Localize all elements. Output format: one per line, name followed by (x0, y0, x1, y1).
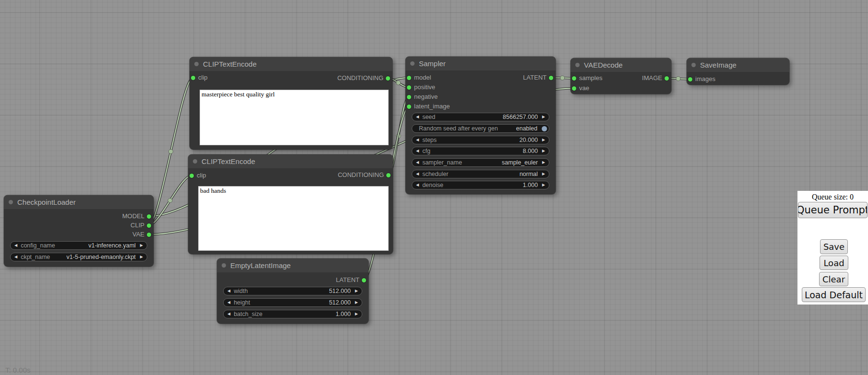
load-button[interactable]: Load (820, 256, 848, 270)
input-slot-dot[interactable] (688, 77, 692, 82)
collapse-dot-icon[interactable] (222, 263, 226, 268)
widget-decrement-arrow-icon[interactable]: ◀ (412, 181, 419, 189)
widget-value: normal (520, 171, 538, 177)
widget-increment-arrow-icon[interactable]: ▶ (355, 310, 362, 318)
widget-label: config_name (21, 242, 55, 249)
widget-value: sample_euler (502, 159, 538, 166)
widget-decrement-arrow-icon[interactable]: ◀ (11, 242, 17, 249)
widget-steps[interactable]: ◀steps20.000▶ (412, 136, 549, 144)
output-slot-label: VAE (132, 230, 144, 239)
node-clip-text-encode-negative[interactable]: CLIPTextEncodeclipCONDITIONINGbad hands (188, 154, 393, 254)
input-slot-images: images (687, 75, 789, 83)
widget-decrement-arrow-icon[interactable]: ◀ (412, 113, 419, 121)
node-title-bar: EmptyLatentImage (217, 258, 369, 272)
widget-increment-arrow-icon[interactable]: ▶ (542, 113, 549, 121)
load-default-button[interactable]: Load Default (802, 287, 866, 302)
widget-value: enabled (516, 125, 538, 132)
node-checkpoint-loader[interactable]: CheckpointLoaderMODELCLIPVAE◀config_name… (4, 195, 154, 267)
queue-prompt-button[interactable]: Queue Prompt (798, 202, 868, 218)
widget-decrement-arrow-icon[interactable]: ◀ (224, 287, 230, 295)
input-slot-dot[interactable] (572, 86, 576, 91)
node-title-label: VAEDecode (584, 61, 623, 69)
widget-scheduler[interactable]: ◀schedulernormal▶ (412, 170, 549, 178)
widget-label: scheduler (422, 171, 448, 177)
prompt-textarea[interactable]: bad hands (198, 186, 389, 251)
collapse-dot-icon[interactable] (575, 63, 580, 67)
output-slot-model: MODEL (4, 212, 154, 221)
widget-ckpt-name[interactable]: ◀ckpt_namev1-5-pruned-emaonly.ckpt▶ (10, 253, 147, 261)
widget-increment-arrow-icon[interactable]: ▶ (542, 159, 549, 166)
prompt-textarea[interactable]: masterpiece best quality girl (200, 90, 389, 145)
node-title-label: CLIPTextEncode (202, 157, 255, 165)
comfyui-canvas[interactable]: { "canvas": { "timer_label": "T: 0.00s" … (0, 0, 868, 375)
widget-decrement-arrow-icon[interactable]: ◀ (412, 136, 419, 144)
output-slot-dot[interactable] (362, 278, 366, 282)
widget-seed[interactable]: ◀seed8566257.000▶ (412, 113, 549, 121)
output-slot-dot[interactable] (147, 233, 151, 237)
collapse-dot-icon[interactable] (691, 63, 696, 67)
widget-height[interactable]: ◀height512.000▶ (223, 298, 362, 307)
widget-decrement-arrow-icon[interactable]: ◀ (224, 299, 230, 306)
widget-decrement-arrow-icon[interactable]: ◀ (224, 310, 230, 318)
input-slot-latent_image: latent_image (405, 102, 556, 111)
widget-decrement-arrow-icon[interactable]: ◀ (412, 159, 419, 166)
output-slot-conditioning: CONDITIONING (188, 171, 393, 179)
output-slot-latent: LATENT (217, 276, 369, 284)
collapse-dot-icon[interactable] (9, 200, 13, 204)
output-slot-label: CLIP (131, 221, 144, 230)
widget-increment-arrow-icon[interactable]: ▶ (355, 287, 362, 295)
widget-increment-arrow-icon[interactable]: ▶ (140, 242, 147, 249)
input-slot-dot[interactable] (407, 105, 411, 109)
widget-decrement-arrow-icon[interactable]: ◀ (11, 253, 17, 261)
output-slot-dot[interactable] (665, 76, 669, 81)
save-button[interactable]: Save (820, 239, 848, 254)
widget-random-seed-after-every-gen[interactable]: Random seed after every genenabled (412, 124, 549, 133)
output-slot-label: LATENT (336, 276, 359, 284)
output-slot-dot[interactable] (147, 223, 151, 228)
widget-increment-arrow-icon[interactable]: ▶ (542, 147, 549, 155)
widget-value: 8.000 (523, 148, 538, 154)
collapse-dot-icon[interactable] (193, 159, 197, 164)
node-save-image[interactable]: SaveImageimages (687, 58, 789, 85)
output-slot-label: IMAGE (642, 74, 662, 82)
widget-width[interactable]: ◀width512.000▶ (223, 287, 362, 295)
output-slot-dot[interactable] (386, 76, 390, 81)
widget-batch-size[interactable]: ◀batch_size1.000▶ (223, 310, 362, 318)
node-title-label: CheckpointLoader (17, 198, 76, 206)
output-slot-latent: LATENT (405, 73, 556, 82)
input-slot-negative: negative (405, 93, 556, 101)
widget-increment-arrow-icon[interactable]: ▶ (140, 253, 147, 261)
node-title-bar: VAEDecode (571, 58, 671, 72)
widget-value: 8566257.000 (503, 114, 538, 120)
widget-increment-arrow-icon[interactable]: ▶ (355, 299, 362, 306)
node-empty-latent-image[interactable]: EmptyLatentImageLATENT◀width512.000▶◀hei… (217, 258, 369, 324)
widget-increment-arrow-icon[interactable]: ▶ (542, 136, 549, 144)
collapse-dot-icon[interactable] (194, 62, 199, 66)
output-slot-dot[interactable] (549, 76, 553, 80)
node-title-label: EmptyLatentImage (230, 261, 291, 270)
node-title-label: CLIPTextEncode (203, 60, 257, 68)
widget-increment-arrow-icon[interactable]: ▶ (542, 181, 549, 189)
toggle-dot-icon[interactable] (542, 126, 547, 131)
input-slot-dot[interactable] (407, 85, 411, 90)
output-slot-dot[interactable] (386, 173, 391, 177)
widget-cfg[interactable]: ◀cfg8.000▶ (412, 147, 549, 155)
collapse-dot-icon[interactable] (410, 61, 415, 66)
widget-sampler-name[interactable]: ◀sampler_namesample_euler▶ (412, 158, 549, 167)
widget-decrement-arrow-icon[interactable]: ◀ (412, 170, 419, 178)
widget-config-name[interactable]: ◀config_namev1-inference.yaml▶ (10, 241, 147, 250)
widget-increment-arrow-icon[interactable]: ▶ (542, 170, 549, 178)
widget-decrement-arrow-icon[interactable]: ◀ (412, 147, 419, 155)
input-slot-dot[interactable] (407, 95, 411, 99)
clear-button[interactable]: Clear (819, 272, 848, 286)
widget-denoise[interactable]: ◀denoise1.000▶ (412, 181, 549, 189)
node-sampler[interactable]: Samplermodelpositivenegativelatent_image… (405, 57, 556, 194)
node-title-bar: Sampler (405, 57, 556, 70)
input-slot-vae: vae (571, 84, 671, 93)
output-slot-label: LATENT (523, 73, 547, 82)
output-slot-dot[interactable] (147, 214, 151, 219)
node-clip-text-encode-positive[interactable]: CLIPTextEncodeclipCONDITIONINGmasterpiec… (190, 57, 392, 150)
output-slot-label: MODEL (122, 212, 144, 221)
node-vae-decode[interactable]: VAEDecodesamplesvaeIMAGE (571, 58, 671, 94)
output-slot-label: CONDITIONING (338, 171, 384, 179)
